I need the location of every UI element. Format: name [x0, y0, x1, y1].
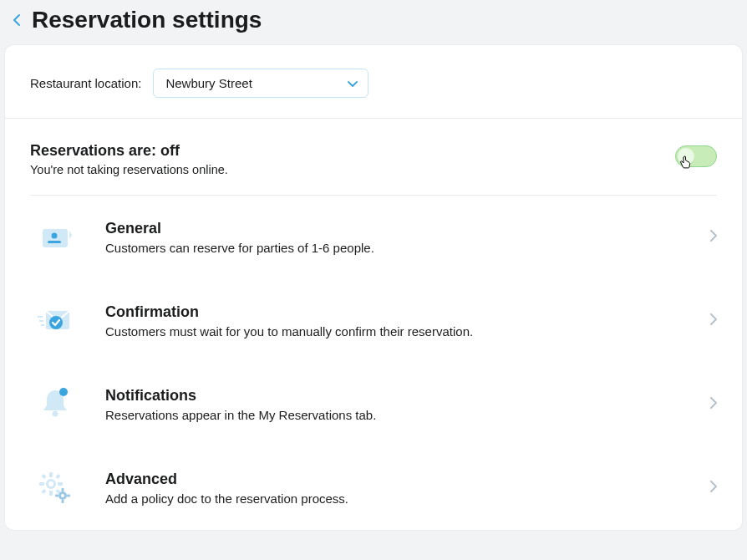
confirmation-icon [30, 299, 80, 343]
section-title: Confirmation [105, 303, 710, 321]
svg-rect-15 [41, 474, 46, 479]
settings-card: Restaurant location: Newbury Street Rese… [5, 45, 742, 530]
svg-rect-5 [38, 316, 43, 318]
location-select[interactable]: Newbury Street [153, 69, 368, 98]
chevron-right-icon [710, 397, 717, 412]
svg-point-4 [49, 316, 63, 329]
section-notifications[interactable]: Notifications Reservations appear in the… [5, 363, 742, 446]
section-description: Customers must wait for you to manually … [105, 324, 710, 339]
page-title: Reservation settings [32, 7, 262, 33]
location-label: Restaurant location: [30, 76, 141, 90]
svg-point-8 [53, 411, 58, 417]
section-title: Notifications [105, 387, 710, 405]
chevron-right-icon [710, 481, 717, 496]
location-value: Newbury Street [165, 76, 252, 90]
svg-rect-22 [62, 500, 64, 503]
svg-rect-17 [41, 489, 46, 494]
status-row: Reservations are: off You're not taking … [30, 119, 717, 196]
svg-point-1 [52, 233, 58, 239]
svg-rect-24 [67, 495, 70, 497]
back-button[interactable] [8, 12, 25, 28]
svg-rect-13 [39, 482, 44, 486]
section-general[interactable]: General Customers can reserve for partie… [5, 196, 742, 279]
section-description: Reservations appear in the My Reservatio… [105, 408, 710, 422]
section-advanced[interactable]: Advanced Add a policy doc to the reserva… [5, 446, 742, 530]
cursor-pointer-icon [678, 155, 694, 174]
section-description: Add a policy doc to the reservation proc… [105, 491, 710, 506]
svg-rect-14 [58, 482, 63, 486]
chevron-left-icon [13, 13, 21, 27]
svg-rect-7 [41, 324, 44, 326]
section-title: Advanced [105, 471, 710, 488]
section-confirmation[interactable]: Confirmation Customers must wait for you… [5, 279, 742, 363]
chevron-right-icon [710, 230, 717, 245]
status-description: You're not taking reservations online. [30, 163, 228, 176]
notifications-icon [30, 383, 80, 426]
section-description: Customers can reserve for parties of 1-6… [105, 241, 710, 255]
svg-rect-12 [49, 491, 53, 496]
svg-rect-16 [55, 474, 60, 479]
svg-rect-6 [39, 320, 43, 322]
svg-point-19 [48, 481, 53, 486]
svg-point-9 [59, 388, 68, 396]
advanced-icon [30, 466, 80, 510]
svg-rect-23 [55, 495, 58, 497]
svg-rect-2 [48, 241, 61, 243]
location-row: Restaurant location: Newbury Street [5, 45, 742, 119]
chevron-down-icon [348, 76, 358, 91]
section-title: General [105, 220, 710, 237]
chevron-right-icon [710, 313, 717, 328]
svg-rect-11 [49, 472, 53, 477]
svg-point-25 [61, 494, 64, 497]
status-title: Reservations are: off [30, 142, 228, 160]
general-icon [30, 216, 80, 259]
svg-rect-21 [62, 488, 64, 491]
